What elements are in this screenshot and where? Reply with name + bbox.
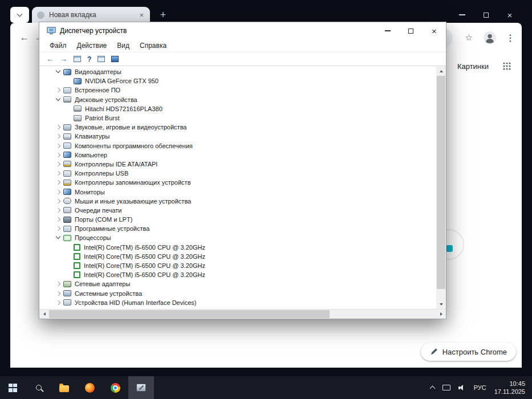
- chevron-collapsed-icon[interactable]: [54, 160, 63, 168]
- tree-item[interactable]: Встроенное ПО: [39, 85, 436, 95]
- scroll-left-icon[interactable]: [39, 310, 49, 319]
- language-indicator[interactable]: РУС: [474, 384, 486, 391]
- tree-item[interactable]: Hitachi HDS721616PLA380: [39, 104, 436, 113]
- tree-item[interactable]: Мониторы: [39, 187, 436, 196]
- vertical-scrollbar[interactable]: [436, 66, 446, 309]
- chevron-collapsed-icon[interactable]: [54, 132, 63, 140]
- menu-help[interactable]: Справка: [135, 40, 172, 51]
- chevron-collapsed-icon[interactable]: [54, 169, 63, 177]
- taskbar-search-button[interactable]: [26, 376, 51, 399]
- menu-dots-icon[interactable]: ⋮: [506, 32, 515, 43]
- device-tree: ВидеоадаптерыNVIDIA GeForce GTX 950Встро…: [39, 66, 436, 309]
- chevron-collapsed-icon[interactable]: [54, 215, 63, 223]
- tray-volume-icon[interactable]: [458, 385, 466, 391]
- taskbar-clock[interactable]: 10:45 17.11.2025: [494, 380, 525, 396]
- tree-indent-spacer: [64, 271, 74, 279]
- chevron-collapsed-icon[interactable]: [54, 123, 63, 131]
- tab-search-button[interactable]: [10, 7, 29, 23]
- tree-item-label: Мыши и иные указывающие устройства: [75, 198, 191, 205]
- chevron-collapsed-icon[interactable]: [54, 225, 63, 233]
- tree-item[interactable]: Intel(R) Core(TM) i5-6500 CPU @ 3.20GHz: [39, 243, 436, 252]
- taskbar-explorer-button[interactable]: [51, 376, 77, 399]
- tree-item[interactable]: Системные устройства: [39, 289, 436, 298]
- tree-item[interactable]: Очереди печати: [39, 206, 436, 215]
- chrome-close-button[interactable]: ×: [498, 7, 522, 23]
- tree-item[interactable]: NVIDIA GeForce GTX 950: [39, 76, 436, 85]
- chevron-collapsed-icon[interactable]: [54, 197, 63, 205]
- chevron-collapsed-icon[interactable]: [54, 206, 63, 214]
- tree-item[interactable]: Patriot Burst: [39, 113, 436, 123]
- dm-properties-icon[interactable]: [74, 56, 81, 62]
- dm-maximize-button[interactable]: [399, 22, 423, 39]
- menu-action[interactable]: Действие: [72, 40, 112, 51]
- customize-chrome-button[interactable]: Настроить Chrome: [421, 343, 516, 361]
- dm-forward-icon[interactable]: →: [60, 55, 67, 63]
- tree-item-label: Клавиатуры: [75, 133, 109, 140]
- scroll-right-icon[interactable]: [436, 310, 446, 319]
- horizontal-scroll-track[interactable]: [49, 310, 436, 319]
- chevron-expanded-icon[interactable]: [54, 234, 63, 242]
- chevron-expanded-icon[interactable]: [54, 68, 63, 76]
- tree-item[interactable]: Intel(R) Core(TM) i5-6500 CPU @ 3.20GHz: [39, 252, 436, 261]
- new-tab-button[interactable]: +: [156, 7, 170, 22]
- taskbar-firefox-button[interactable]: [77, 376, 103, 399]
- tree-item[interactable]: Устройства HID (Human Interface Devices): [39, 298, 436, 307]
- menu-view[interactable]: Вид: [112, 40, 135, 51]
- dm-list-icon[interactable]: [98, 56, 105, 62]
- tree-item[interactable]: Программные устройства: [39, 224, 436, 233]
- taskbar-device-manager-button[interactable]: [128, 376, 154, 399]
- tree-item[interactable]: Контроллеры запоминающих устройств: [39, 178, 436, 187]
- chevron-collapsed-icon[interactable]: [54, 178, 63, 186]
- taskbar-chrome-button[interactable]: [103, 376, 128, 399]
- chevron-collapsed-icon[interactable]: [54, 290, 63, 298]
- browser-tab[interactable]: Новая вкладка ×: [32, 7, 150, 23]
- chevron-collapsed-icon[interactable]: [54, 280, 63, 288]
- tree-item[interactable]: Intel(R) Core(TM) i5-6500 CPU @ 3.20GHz: [39, 261, 436, 270]
- dm-back-icon[interactable]: ←: [46, 55, 54, 63]
- tray-display-icon[interactable]: [442, 385, 450, 390]
- tray-expand-icon[interactable]: [429, 386, 435, 392]
- scroll-up-icon[interactable]: [436, 66, 446, 76]
- tree-item[interactable]: Intel(R) Core(TM) i5-6500 CPU @ 3.20GHz: [39, 270, 436, 279]
- tree-item[interactable]: Контроллеры USB: [39, 169, 436, 178]
- dm-scan-icon[interactable]: [111, 56, 119, 62]
- tree-item[interactable]: Компоненты программного обеспечения: [39, 141, 436, 150]
- chrome-maximize-button[interactable]: [474, 7, 498, 23]
- tree-indent-spacer: [64, 77, 74, 85]
- tab-close-icon[interactable]: ×: [138, 11, 145, 19]
- tree-item-label: Контроллеры USB: [75, 170, 128, 177]
- chevron-collapsed-icon[interactable]: [54, 188, 63, 196]
- tree-item[interactable]: Клавиатуры: [39, 132, 436, 141]
- horizontal-scrollbar[interactable]: [39, 309, 446, 319]
- tree-item[interactable]: Звуковые, игровые и видеоустройства: [39, 123, 436, 132]
- tree-item[interactable]: Дисковые устройства: [39, 95, 436, 104]
- horizontal-scroll-thumb[interactable]: [49, 310, 330, 318]
- tree-item[interactable]: Сетевые адаптеры: [39, 279, 436, 288]
- chevron-collapsed-icon[interactable]: [54, 299, 63, 307]
- dm-close-button[interactable]: ×: [423, 22, 446, 39]
- tree-item[interactable]: Процессоры: [39, 233, 436, 242]
- menu-file[interactable]: Файл: [44, 40, 72, 51]
- scroll-down-icon[interactable]: [436, 299, 446, 309]
- chevron-collapsed-icon[interactable]: [54, 142, 63, 150]
- bookmark-star-icon[interactable]: ☆: [465, 32, 473, 43]
- chevron-collapsed-icon[interactable]: [54, 86, 63, 94]
- vertical-scroll-thumb[interactable]: [437, 76, 445, 289]
- chrome-minimize-button[interactable]: [450, 7, 474, 23]
- start-button[interactable]: [0, 376, 26, 399]
- dm-titlebar[interactable]: Диспетчер устройств ×: [39, 22, 446, 39]
- tree-item[interactable]: Мыши и иные указывающие устройства: [39, 197, 436, 206]
- apps-grid-icon[interactable]: [502, 62, 511, 71]
- back-icon[interactable]: ←: [17, 32, 32, 43]
- tree-item[interactable]: Контроллеры IDE ATA/ATAPI: [39, 160, 436, 169]
- tree-item[interactable]: Порты (COM и LPT): [39, 215, 436, 224]
- chevron-collapsed-icon[interactable]: [54, 151, 63, 159]
- chevron-expanded-icon[interactable]: [54, 96, 63, 104]
- images-link[interactable]: Картинки: [457, 62, 489, 71]
- tree-item[interactable]: Компьютер: [39, 150, 436, 160]
- folder-icon: [59, 385, 69, 392]
- profile-avatar[interactable]: [483, 31, 497, 44]
- dm-help-icon[interactable]: ?: [87, 55, 91, 63]
- dm-minimize-button[interactable]: [376, 22, 399, 39]
- tree-item[interactable]: Видеоадаптеры: [39, 67, 436, 76]
